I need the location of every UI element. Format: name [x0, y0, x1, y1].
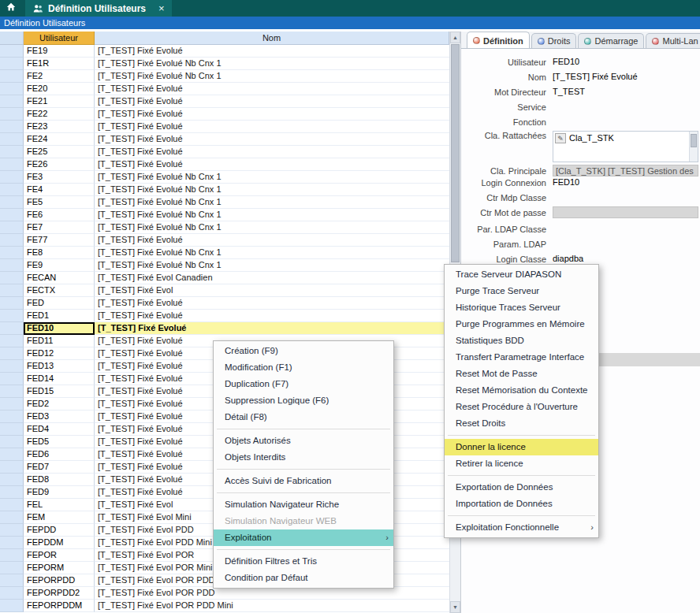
user-cell[interactable]: FED9: [24, 486, 95, 499]
row-selector[interactable]: [0, 448, 24, 461]
row-selector[interactable]: [0, 58, 24, 70]
scroll-up-icon[interactable]: ▲: [450, 32, 460, 43]
user-cell[interactable]: FE19: [24, 45, 95, 58]
user-cell[interactable]: FE23: [24, 121, 95, 133]
row-selector[interactable]: [0, 171, 24, 184]
menu-item-trace-serveur-diapason[interactable]: Trace Serveur DIAPASON: [445, 266, 598, 283]
name-cell[interactable]: [T_TEST] Fixé Evolué: [95, 108, 449, 121]
row-selector[interactable]: [0, 247, 24, 259]
user-cell[interactable]: FE77: [24, 234, 95, 247]
table-row-fectx[interactable]: FECTX[T_TEST] Fixé Evol: [0, 284, 449, 297]
menu-item-reset-m-morisation-du-contexte[interactable]: Reset Mémorisation du Contexte: [445, 382, 598, 399]
table-row-fed1[interactable]: FED1[T_TEST] Fixé Evolué: [0, 310, 449, 322]
row-selector[interactable]: [0, 322, 24, 335]
table-row-fed10[interactable]: FED10[T_TEST] Fixé Evolué: [0, 322, 449, 335]
user-cell[interactable]: FEPORPDD2: [24, 587, 95, 600]
field-value-param-ldap[interactable]: [553, 239, 700, 250]
user-cell[interactable]: FEPORM: [24, 562, 95, 574]
table-row-fe3[interactable]: FE3[T_TEST] Fixé Evolué Nb Cnx 1: [0, 171, 449, 184]
menu-item-donner-la-licence[interactable]: Donner la licence: [445, 439, 598, 455]
menu-item-objets-autoris-s[interactable]: Objets Autorisés: [214, 433, 393, 449]
name-cell[interactable]: [T_TEST] Fixé Evolué Nb Cnx 1: [95, 70, 449, 83]
menu-item-condition-par-d-faut[interactable]: Condition par Défaut: [214, 570, 393, 586]
user-cell[interactable]: FE4: [24, 184, 95, 196]
name-cell[interactable]: [T_TEST] Fixé Evolué: [95, 158, 449, 171]
row-selector[interactable]: [0, 83, 24, 95]
row-selector[interactable]: [0, 373, 24, 385]
user-cell[interactable]: FE25: [24, 146, 95, 158]
user-cell[interactable]: FE22: [24, 108, 95, 121]
user-cell[interactable]: FE2: [24, 70, 95, 83]
menu-item-reset-proc-dure-l-ouverture[interactable]: Reset Procédure à l'Ouverture: [445, 399, 598, 415]
user-cell[interactable]: FE21: [24, 95, 95, 108]
user-cell[interactable]: FEPOR: [24, 549, 95, 562]
menu-item-historique-traces-serveur[interactable]: Historique Traces Serveur: [445, 299, 598, 316]
table-row-fe22[interactable]: FE22[T_TEST] Fixé Evolué: [0, 108, 449, 121]
menu-item-purge-trace-serveur[interactable]: Purge Trace Serveur: [445, 283, 598, 299]
user-cell[interactable]: FED10: [24, 322, 95, 335]
table-row-fe8[interactable]: FE8[T_TEST] Fixé Evolué Nb Cnx 1: [0, 247, 449, 259]
panel-tab-multi-lan[interactable]: Multi-Lan: [646, 33, 700, 48]
row-selector[interactable]: [0, 461, 24, 474]
table-row-fe19[interactable]: FE19[T_TEST] Fixé Evolué: [0, 45, 449, 58]
name-cell[interactable]: [T_TEST] Fixé Evol Canadien: [95, 272, 449, 284]
list-item[interactable]: ✎Cla_T_STK: [553, 132, 698, 144]
row-selector[interactable]: [0, 549, 24, 562]
menu-item-retirer-la-licence[interactable]: Retirer la licence: [445, 455, 598, 472]
table-row-fe2[interactable]: FE2[T_TEST] Fixé Evolué Nb Cnx 1: [0, 70, 449, 83]
panel-tab-droits[interactable]: Droits: [531, 33, 577, 48]
name-cell[interactable]: [T_TEST] Fixé Evolué Nb Cnx 1: [95, 171, 449, 184]
menu-item-purge-programmes-en-m-moire[interactable]: Purge Programmes en Mémoire: [445, 316, 598, 333]
row-selector[interactable]: [0, 284, 24, 297]
user-cell[interactable]: FEPDDM: [24, 537, 95, 549]
menu-item-objets-interdits[interactable]: Objets Interdits: [214, 449, 393, 466]
user-cell[interactable]: FED8: [24, 474, 95, 486]
row-selector[interactable]: [0, 486, 24, 499]
row-selector[interactable]: [0, 95, 24, 108]
user-cell[interactable]: FED6: [24, 448, 95, 461]
home-button[interactable]: [0, 0, 22, 17]
name-cell[interactable]: [T_TEST] Fixé Evol: [95, 284, 449, 297]
table-row-fe77[interactable]: FE77[T_TEST] Fixé Evolué: [0, 234, 449, 247]
table-row-fe9[interactable]: FE9[T_TEST] Fixé Evolué Nb Cnx 1: [0, 259, 449, 272]
field-value-login-connexion[interactable]: FED10: [553, 177, 700, 188]
row-selector[interactable]: [0, 184, 24, 196]
user-cell[interactable]: FE1R: [24, 58, 95, 70]
name-cell[interactable]: [T_TEST] Fixé Evolué Nb Cnx 1: [95, 184, 449, 196]
menu-item-exploitation-fonctionnelle[interactable]: Exploitation Fonctionnelle›: [445, 519, 598, 536]
name-cell[interactable]: [T_TEST] Fixé Evol POR PDD Mini: [95, 600, 449, 612]
field-value-par-ldap-classe[interactable]: [553, 224, 700, 235]
scrollbar-thumb[interactable]: [451, 44, 460, 262]
user-cell[interactable]: FE7: [24, 221, 95, 234]
name-cell[interactable]: [T_TEST] Fixé Evolué: [95, 133, 449, 146]
table-row-fe5[interactable]: FE5[T_TEST] Fixé Evolué Nb Cnx 1: [0, 196, 449, 209]
field-value-utilisateur[interactable]: FED10: [553, 57, 700, 68]
menu-item-exploitation[interactable]: Exploitation›: [214, 529, 393, 546]
name-column-header[interactable]: Nom: [95, 32, 449, 45]
user-cell[interactable]: FE5: [24, 196, 95, 209]
menu-item-modification-f1[interactable]: Modification (F1): [214, 359, 393, 376]
name-cell[interactable]: [T_TEST] Fixé Evolué: [95, 83, 449, 95]
user-cell[interactable]: FEPORPDDM: [24, 600, 95, 612]
name-cell[interactable]: [T_TEST] Fixé Evolué: [95, 297, 449, 310]
row-selector[interactable]: [0, 234, 24, 247]
table-row-fe4[interactable]: FE4[T_TEST] Fixé Evolué Nb Cnx 1: [0, 184, 449, 196]
user-cell[interactable]: FED3: [24, 411, 95, 423]
user-cell[interactable]: FEL: [24, 499, 95, 511]
row-selector[interactable]: [0, 398, 24, 411]
table-row-feporpdd2[interactable]: FEPORPDD2[T_TEST] Fixé Evol POR PDD: [0, 587, 449, 600]
user-cell[interactable]: FECTX: [24, 284, 95, 297]
row-selector[interactable]: [0, 587, 24, 600]
row-selector[interactable]: [0, 524, 24, 537]
user-cell[interactable]: FED1: [24, 310, 95, 322]
row-selector[interactable]: [0, 537, 24, 549]
name-cell[interactable]: [T_TEST] Fixé Evolué Nb Cnx 1: [95, 247, 449, 259]
menu-item-importation-de-donn-es[interactable]: Importation de Données: [445, 496, 598, 512]
user-cell[interactable]: FED: [24, 297, 95, 310]
row-selector[interactable]: [0, 511, 24, 524]
name-cell[interactable]: [T_TEST] Fixé Evolué Nb Cnx 1: [95, 221, 449, 234]
name-cell[interactable]: [T_TEST] Fixé Evolué: [95, 310, 449, 322]
user-cell[interactable]: FE20: [24, 83, 95, 95]
panel-tab-d-finition[interactable]: Définition: [467, 32, 530, 49]
row-selector[interactable]: [0, 385, 24, 398]
